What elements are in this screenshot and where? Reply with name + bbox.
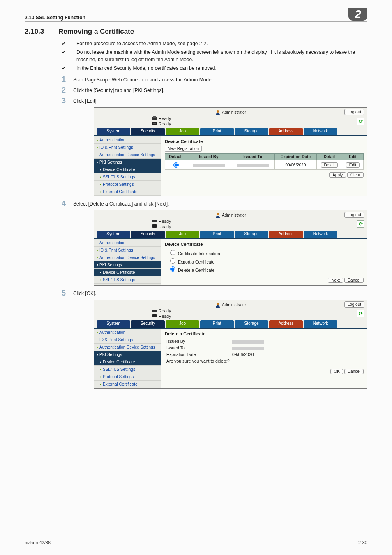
tab-print[interactable]: Print — [200, 231, 234, 238]
tab-network[interactable]: Network — [304, 231, 337, 238]
footer-left: bizhub 42/36 — [25, 540, 51, 545]
tab-address[interactable]: Address — [269, 128, 303, 135]
next-button[interactable]: Next — [328, 278, 343, 283]
refresh-button[interactable]: ⟳ — [357, 310, 364, 317]
logout-button[interactable]: Log out — [344, 212, 364, 218]
redacted-value — [193, 164, 225, 167]
scanner-icon — [152, 314, 157, 319]
tab-storage[interactable]: Storage — [235, 128, 268, 135]
tab-address[interactable]: Address — [269, 320, 303, 328]
tab-storage[interactable]: Storage — [235, 320, 268, 328]
tab-security[interactable]: Security — [131, 128, 165, 135]
admin-label: Administrator — [215, 302, 246, 308]
radio-cert-info[interactable] — [170, 250, 175, 255]
sidebar-item-pki[interactable]: PKI Settings — [94, 159, 161, 166]
apply-button[interactable]: Apply — [329, 172, 346, 178]
sidebar-item-protocol[interactable]: Protocol Settings — [94, 373, 161, 381]
tab-bar: System Security Job Print Storage Addres… — [94, 231, 367, 239]
sidebar-item-protocol[interactable]: Protocol Settings — [94, 181, 161, 188]
sidebar-item-authdevice[interactable]: Authentication Device Settings — [94, 151, 161, 159]
cancel-button[interactable]: Cancel — [344, 369, 364, 374]
new-registration-button[interactable]: New Registration — [165, 146, 202, 152]
sidebar-item-idprint[interactable]: ID & Print Settings — [94, 247, 161, 254]
tab-job[interactable]: Job — [166, 320, 199, 328]
tab-network[interactable]: Network — [304, 128, 337, 135]
radio-export[interactable] — [170, 258, 175, 264]
logout-button[interactable]: Log out — [344, 301, 364, 308]
certificate-table: Default Issued By Issued To Expiration D… — [165, 153, 364, 170]
note-item: For the procedure to access the Admin Mo… — [69, 40, 367, 48]
sidebar-item-authdevice[interactable]: Authentication Device Settings — [94, 254, 161, 261]
sidebar-item-authentication[interactable]: Authentication — [94, 329, 161, 336]
sidebar-item-ssl[interactable]: SSL/TLS Settings — [94, 366, 161, 373]
tab-job[interactable]: Job — [166, 231, 199, 238]
svg-point-8 — [217, 303, 219, 305]
tab-system[interactable]: System — [97, 231, 130, 238]
sidebar-item-devicecert[interactable]: Device Certificate — [94, 166, 161, 173]
opt-cert-info[interactable]: Certificate Information — [165, 248, 364, 257]
th-detail: Detail — [316, 154, 342, 160]
scanner-icon — [152, 121, 157, 126]
label-issued-to: Issued To — [166, 345, 232, 350]
tab-job[interactable]: Job — [166, 128, 199, 135]
default-radio[interactable] — [173, 162, 179, 168]
confirm-text: Are you sure you want to delete? — [166, 358, 230, 363]
sidebar-item-pki[interactable]: PKI Settings — [94, 351, 161, 358]
tab-network[interactable]: Network — [304, 320, 337, 328]
admin-label-text: Administrator — [222, 213, 246, 217]
console-screenshot-2: Administrator Log out Ready Ready — [94, 210, 367, 286]
admin-icon — [215, 212, 221, 218]
sidebar-item-ssl[interactable]: SSL/TLS Settings — [94, 276, 161, 284]
tab-print[interactable]: Print — [200, 128, 234, 135]
sidebar: Authentication ID & Print Settings Authe… — [94, 239, 161, 285]
printer-icon — [152, 219, 157, 224]
sidebar-item-authentication[interactable]: Authentication — [94, 136, 161, 144]
ready-status-2: Ready — [159, 314, 171, 319]
sidebar: Authentication ID & Print Settings Authe… — [94, 136, 161, 196]
step-text: Start PageScope Web Connection and acces… — [73, 76, 213, 83]
section-heading: 2.10.3 Removing a Certificate — [25, 28, 367, 36]
refresh-icon: ⟳ — [359, 118, 363, 124]
sidebar-item-extcert[interactable]: External Certificate — [94, 188, 161, 196]
step-5: 5 Click [OK]. — [62, 290, 367, 296]
tab-address[interactable]: Address — [269, 231, 303, 238]
refresh-button[interactable]: ⟳ — [357, 118, 364, 125]
tab-security[interactable]: Security — [131, 231, 165, 238]
sidebar-item-authentication[interactable]: Authentication — [94, 239, 161, 247]
sidebar-item-idprint[interactable]: ID & Print Settings — [94, 144, 161, 151]
tab-system[interactable]: System — [97, 320, 130, 328]
detail-button[interactable]: Detail — [321, 162, 338, 168]
sidebar-item-authdevice[interactable]: Authentication Device Settings — [94, 344, 161, 351]
ok-button[interactable]: OK — [330, 369, 343, 374]
page-footer: bizhub 42/36 2-30 — [25, 540, 367, 545]
admin-label: Administrator — [215, 212, 246, 218]
tab-system[interactable]: System — [97, 128, 130, 135]
printer-icon — [152, 308, 157, 313]
step-text: Click [OK]. — [73, 290, 97, 296]
row-issued-to: Issued To — [165, 345, 364, 351]
section-title-text: Removing a Certificate — [58, 28, 134, 35]
sidebar-item-devicecert[interactable]: Device Certificate — [94, 269, 161, 276]
sidebar-item-ssl[interactable]: SSL/TLS Settings — [94, 173, 161, 181]
tab-storage[interactable]: Storage — [235, 231, 268, 238]
logout-button[interactable]: Log out — [344, 109, 364, 115]
opt-delete[interactable]: Delete a Certificate — [165, 265, 364, 273]
tab-print[interactable]: Print — [200, 320, 234, 328]
sidebar-item-devicecert[interactable]: Device Certificate — [94, 358, 161, 366]
svg-rect-10 — [152, 314, 157, 317]
redacted-value — [237, 164, 269, 167]
svg-rect-9 — [152, 310, 157, 312]
clear-button[interactable]: Clear — [347, 172, 364, 178]
edit-button[interactable]: Edit — [346, 162, 360, 168]
step-number: 1 — [62, 76, 73, 83]
radio-delete[interactable] — [170, 266, 175, 272]
chapter-badge: 2 — [348, 8, 367, 21]
sidebar-item-idprint[interactable]: ID & Print Settings — [94, 336, 161, 344]
cancel-button[interactable]: Cancel — [344, 278, 364, 283]
tab-security[interactable]: Security — [131, 320, 165, 328]
sidebar-item-pki[interactable]: PKI Settings — [94, 261, 161, 269]
sidebar-item-extcert[interactable]: External Certificate — [94, 381, 161, 388]
opt-export[interactable]: Export a Certificate — [165, 257, 364, 265]
console-screenshot-3: Administrator Log out Ready Ready — [94, 300, 367, 388]
refresh-button[interactable]: ⟳ — [357, 220, 364, 228]
